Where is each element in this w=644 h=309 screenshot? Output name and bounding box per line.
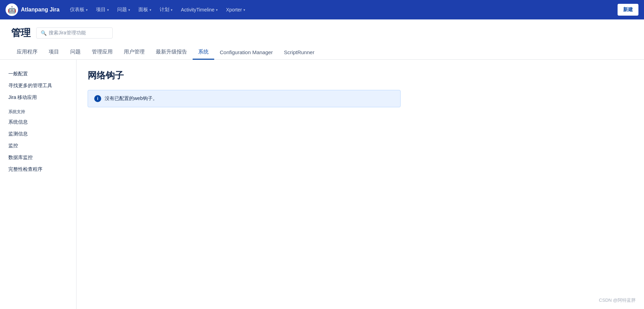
sidebar-item-monitoring[interactable]: 监控	[0, 140, 76, 152]
page-title: 网络钩子	[88, 69, 633, 82]
search-icon: 🔍	[41, 30, 47, 36]
sidebar-section-system-support: 系统支持	[0, 103, 76, 116]
main-content: 网络钩子 i 没有已配置的web钩子。	[77, 60, 644, 309]
sidebar: 一般配置 寻找更多的管理工具 Jira 移动应用 系统支持 系统信息 监测信息 …	[0, 60, 77, 309]
admin-header: 管理 🔍 搜索Jira管理功能 应用程序 项目 问题 管理应用 用户管理 最新升…	[0, 19, 644, 60]
tab-scriptrunner[interactable]: ScriptRunner	[279, 46, 320, 60]
nav-item-projects[interactable]: 项目 ▾	[92, 4, 112, 16]
main-layout: 一般配置 寻找更多的管理工具 Jira 移动应用 系统支持 系统信息 监测信息 …	[0, 60, 644, 309]
tab-issues[interactable]: 问题	[65, 45, 86, 60]
new-button[interactable]: 新建	[618, 4, 638, 16]
nav-item-plans[interactable]: 计划 ▾	[156, 4, 176, 16]
tab-user-management[interactable]: 用户管理	[118, 45, 150, 60]
tab-configuration-manager[interactable]: Configuration Manager	[214, 46, 279, 60]
sidebar-item-monitoring-info[interactable]: 监测信息	[0, 128, 76, 140]
app-logo[interactable]: 🤖 Atlanpang Jira	[6, 3, 59, 16]
tab-latest-upgrade-report[interactable]: 最新升级报告	[150, 45, 193, 60]
sidebar-item-system-info[interactable]: 系统信息	[0, 116, 76, 128]
tab-manage-apps[interactable]: 管理应用	[86, 45, 118, 60]
sidebar-item-find-more-tools[interactable]: 寻找更多的管理工具	[0, 80, 76, 92]
admin-tabs: 应用程序 项目 问题 管理应用 用户管理 最新升级报告 系统 Configura…	[11, 45, 633, 59]
admin-title: 管理	[11, 26, 31, 40]
chevron-down-icon: ▾	[150, 8, 151, 12]
sidebar-item-db-monitoring[interactable]: 数据库监控	[0, 152, 76, 164]
info-message: 没有已配置的web钩子。	[105, 95, 158, 102]
tab-projects[interactable]: 项目	[43, 45, 65, 60]
tab-system[interactable]: 系统	[193, 45, 214, 60]
nav-item-dashboard[interactable]: 仪表板 ▾	[66, 4, 91, 16]
chevron-down-icon: ▾	[216, 8, 218, 12]
info-icon: i	[94, 95, 101, 102]
sidebar-item-integrity-checker[interactable]: 完整性检查程序	[0, 164, 76, 175]
admin-search-box[interactable]: 🔍 搜索Jira管理功能	[36, 27, 113, 39]
sidebar-item-general-config[interactable]: 一般配置	[0, 68, 76, 80]
watermark: CSDN @阿特蓝胖	[599, 297, 636, 303]
sidebar-item-jira-mobile[interactable]: Jira 移动应用	[0, 92, 76, 103]
chevron-down-icon: ▾	[86, 8, 88, 12]
nav-item-issues[interactable]: 问题 ▾	[114, 4, 134, 16]
info-banner: i 没有已配置的web钩子。	[88, 90, 401, 107]
nav-item-activitytimeline[interactable]: ActivityTimeline ▾	[177, 4, 221, 15]
top-navigation: 🤖 Atlanpang Jira 仪表板 ▾ 项目 ▾ 问题 ▾ 面板 ▾ 计划…	[0, 0, 644, 19]
chevron-down-icon: ▾	[243, 8, 245, 12]
logo-icon: 🤖	[6, 3, 18, 16]
nav-item-xporter[interactable]: Xporter ▾	[223, 4, 249, 15]
tab-applications[interactable]: 应用程序	[11, 45, 43, 60]
app-name: Atlanpang Jira	[21, 7, 59, 13]
chevron-down-icon: ▾	[171, 8, 172, 12]
nav-item-boards[interactable]: 面板 ▾	[135, 4, 155, 16]
admin-search-placeholder: 搜索Jira管理功能	[49, 30, 86, 36]
chevron-down-icon: ▾	[128, 8, 130, 12]
chevron-down-icon: ▾	[107, 8, 109, 12]
